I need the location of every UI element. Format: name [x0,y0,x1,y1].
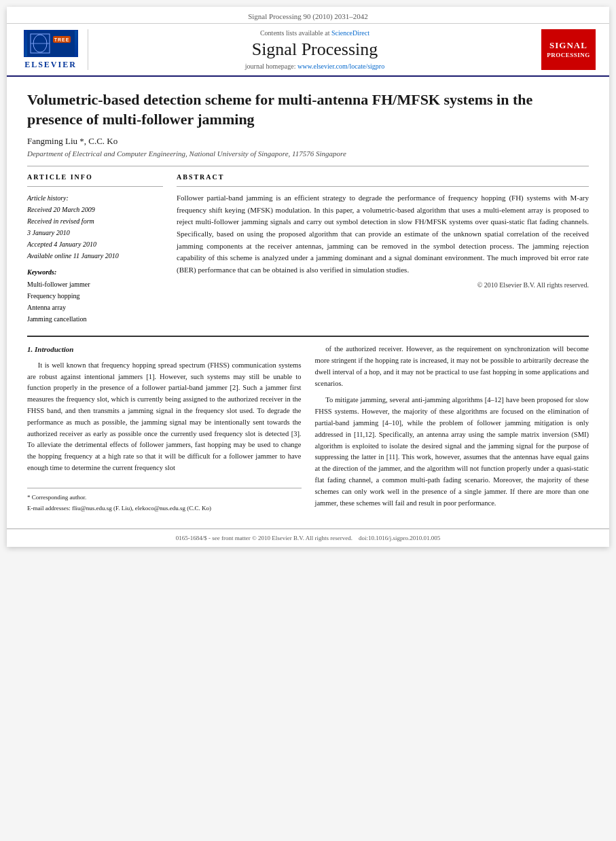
available-date: Available online 11 January 2010 [27,250,163,262]
signal-badge-subtitle: PROCESSING [547,52,590,60]
header-banner: TREE ELSEVIER Contents lists available a… [7,24,609,77]
page: Signal Processing 90 (2010) 2031–2042 TR… [7,7,609,547]
doi-text: doi:10.1016/j.sigpro.2010.01.005 [359,535,440,541]
info-abstract-row: ARTICLE INFO Article history: Received 2… [27,173,589,325]
footnote-star: * Corresponding author. [27,493,302,502]
abstract-divider [177,186,589,187]
accepted-date: Accepted 4 January 2010 [27,238,163,250]
section1-heading: 1. Introduction [27,344,302,356]
journal-header: Signal Processing 90 (2010) 2031–2042 [7,7,609,24]
svg-text:TREE: TREE [54,37,69,42]
bottom-footer: 0165-1684/$ - see front matter © 2010 El… [7,529,609,547]
sciencedirect-link[interactable]: ScienceDirect [331,29,369,37]
abstract-heading: ABSTRACT [177,173,589,181]
article-info-panel: ARTICLE INFO Article history: Received 2… [27,173,163,325]
elsevier-logo-image: TREE [24,30,78,57]
keyword-3: Antenna array [27,302,163,313]
keyword-4: Jamming cancellation [27,313,163,325]
elsevier-brand-name: ELSEVIER [24,60,77,70]
article-info-heading: ARTICLE INFO [27,173,163,181]
info-divider [27,186,163,187]
journal-citation: Signal Processing 90 (2010) 2031–2042 [248,12,368,20]
affiliation: Department of Electrical and Computer En… [27,149,589,158]
section1-para2: of the authorized receiver. However, as … [315,344,590,389]
keyword-1: Multi-follower jammer [27,279,163,290]
received-revised-label: Received in revised form [27,215,163,227]
received-date: Received 20 March 2009 [27,204,163,215]
license-text: 0165-1684/$ - see front matter © 2010 El… [176,535,352,541]
footnote-email: E-mail addresses: fliu@nus.edu.sg (F. Li… [27,503,302,513]
body-divider [27,336,589,337]
keywords-section: Keywords: Multi-follower jammer Frequenc… [27,268,163,325]
journal-homepage-link[interactable]: www.elsevier.com/locate/sigpro [297,62,384,70]
copyright-line: © 2010 Elsevier B.V. All rights reserved… [177,281,589,289]
title-divider [27,166,589,166]
authors: Fangming Liu *, C.C. Ko [27,136,589,147]
article-main: Volumetric-based detection scheme for mu… [7,77,609,529]
section1-para3: To mitigate jamming, several anti-jammin… [315,395,590,509]
contents-available: Contents lists available at ScienceDirec… [260,29,369,37]
keywords-list: Multi-follower jammer Frequency hopping … [27,279,163,325]
section1-para1: It is well known that frequency hopping … [27,360,302,474]
body-columns: 1. Introduction It is well known that fr… [27,344,589,514]
elsevier-logo-area: TREE ELSEVIER [20,29,88,70]
signal-processing-badge: SIGNAL PROCESSING [541,29,596,70]
body-col-left: 1. Introduction It is well known that fr… [27,344,302,514]
article-history: Article history: Received 20 March 2009 … [27,192,163,262]
journal-title: Signal Processing [252,39,378,60]
abstract-text: Follower partial-band jamming is an effi… [177,192,589,276]
journal-homepage: journal homepage: www.elsevier.com/locat… [245,62,384,70]
footnote-area: * Corresponding author. E-mail addresses… [27,488,302,514]
abstract-section: ABSTRACT Follower partial-band jamming i… [177,173,589,325]
revised-date: 3 January 2010 [27,227,163,238]
history-label: Article history: [27,192,163,204]
body-col-right: of the authorized receiver. However, as … [315,344,590,514]
signal-badge-title: SIGNAL [549,40,587,52]
keyword-2: Frequency hopping [27,290,163,302]
header-center: Contents lists available at ScienceDirec… [95,29,535,70]
keywords-heading: Keywords: [27,268,163,276]
article-title: Volumetric-based detection scheme for mu… [27,90,589,129]
